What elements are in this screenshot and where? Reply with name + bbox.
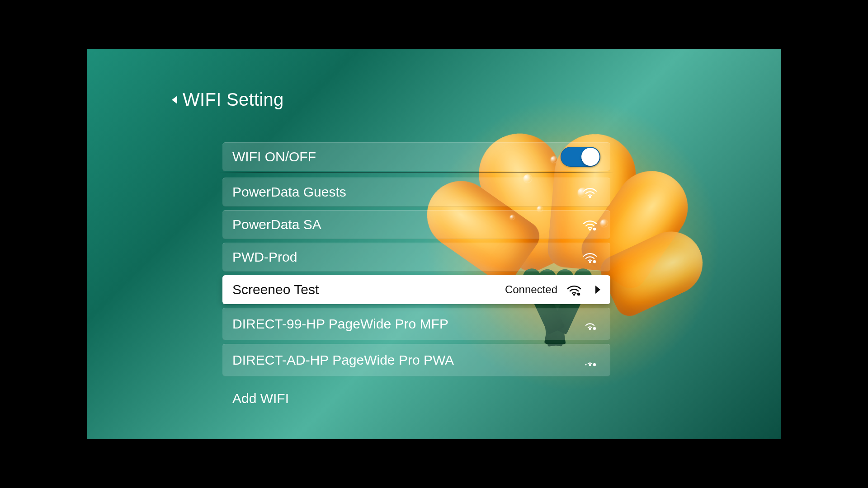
network-row[interactable]: PWD-Prod <box>222 243 610 272</box>
svg-point-0 <box>589 196 591 198</box>
network-row[interactable]: DIRECT-AD-HP PageWide Pro PWA <box>222 344 610 376</box>
svg-point-10 <box>593 363 596 366</box>
toggle-knob <box>581 148 599 166</box>
svg-point-7 <box>589 328 591 330</box>
network-status: Connected <box>505 283 557 296</box>
svg-point-8 <box>593 327 596 330</box>
screen: WIFI Setting WIFI ON/OFF PowerData Guest… <box>87 49 781 439</box>
wifi-toggle-label: WIFI ON/OFF <box>232 149 316 164</box>
wifi-signal-secured-icon <box>582 318 598 330</box>
svg-point-9 <box>589 364 591 366</box>
wifi-signal-secured-icon <box>582 218 598 231</box>
add-wifi-button[interactable]: Add WIFI <box>222 380 610 406</box>
wifi-signal-secured-icon <box>582 251 598 263</box>
network-row[interactable]: DIRECT-99-HP PageWide Pro MFP <box>222 308 610 340</box>
chevron-left-icon <box>172 96 177 104</box>
chevron-right-icon <box>595 286 600 294</box>
wifi-panel: WIFI ON/OFF PowerData Guests PowerData S… <box>222 142 610 406</box>
svg-point-3 <box>589 261 591 263</box>
wifi-signal-icon <box>582 186 598 198</box>
svg-point-1 <box>589 229 591 231</box>
page-title: WIFI Setting <box>183 89 284 110</box>
svg-point-5 <box>573 294 576 296</box>
network-row[interactable]: PowerData SA <box>222 210 610 239</box>
svg-point-6 <box>577 293 580 296</box>
svg-point-11 <box>585 364 586 365</box>
header-back[interactable]: WIFI Setting <box>87 89 781 110</box>
svg-point-4 <box>593 260 596 263</box>
network-row-selected[interactable]: Screeneo Test Connected <box>222 275 610 304</box>
wifi-signal-secured-icon <box>582 354 598 366</box>
wifi-signal-secured-icon <box>566 283 582 296</box>
network-ssid: PowerData Guests <box>232 184 346 200</box>
network-ssid: PWD-Prod <box>232 249 297 265</box>
network-ssid: DIRECT-AD-HP PageWide Pro PWA <box>232 353 454 367</box>
add-wifi-label: Add WIFI <box>232 391 289 406</box>
network-ssid: PowerData SA <box>232 217 321 232</box>
wifi-toggle-switch[interactable] <box>561 147 600 167</box>
svg-point-2 <box>593 228 596 230</box>
wifi-toggle-row[interactable]: WIFI ON/OFF <box>222 142 610 171</box>
network-ssid: DIRECT-99-HP PageWide Pro MFP <box>232 317 448 331</box>
network-row[interactable]: PowerData Guests <box>222 178 610 206</box>
network-ssid: Screeneo Test <box>232 282 319 297</box>
